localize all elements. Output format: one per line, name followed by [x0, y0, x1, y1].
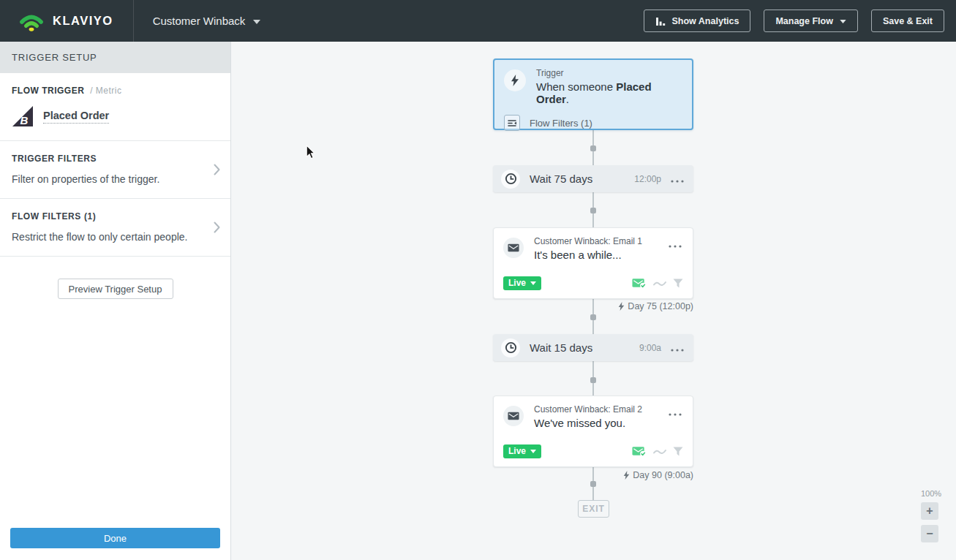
- bigcommerce-icon: B: [12, 105, 34, 127]
- email-titles: Customer Winback: Email 2 We've missed y…: [534, 404, 657, 429]
- lightning-bolt-icon: [623, 471, 630, 480]
- status-label: Live: [508, 446, 526, 456]
- show-analytics-button[interactable]: Show Analytics: [644, 10, 751, 32]
- ellipsis-icon: [669, 245, 682, 248]
- flow-trigger-type: / Metric: [90, 86, 121, 96]
- status-badge-dropdown[interactable]: Live: [503, 444, 541, 458]
- manage-flow-label: Manage Flow: [775, 16, 832, 26]
- trend-icon: [653, 279, 666, 287]
- wait-icon-circle: [501, 338, 520, 357]
- wait-node-card-2[interactable]: Wait 15 days 9:00a: [493, 334, 693, 361]
- trigger-card-footer[interactable]: Flow Filters (1): [504, 115, 682, 131]
- node-menu-button[interactable]: [667, 404, 683, 429]
- wait-time: 9:00a: [639, 343, 661, 353]
- done-button[interactable]: Done: [10, 528, 220, 548]
- trigger-flow-filters-label: Flow Filters (1): [530, 118, 592, 129]
- smart-sending-icon: [632, 278, 647, 290]
- trigger-filters-section[interactable]: TRIGGER FILTERS Filter on properties of …: [0, 141, 230, 199]
- save-exit-button[interactable]: Save & Exit: [871, 10, 944, 32]
- chevron-down-icon: [840, 20, 846, 23]
- flow-filters-icon-box[interactable]: [504, 115, 520, 131]
- flow-filters-section[interactable]: FLOW FILTERS (1) Restrict the flow to on…: [0, 199, 230, 257]
- trigger-icon-circle: [504, 69, 526, 91]
- flow-trigger-section: FLOW TRIGGER / Metric B Placed Order: [0, 73, 230, 141]
- node-menu-button[interactable]: [669, 171, 685, 187]
- add-step-handle[interactable]: [590, 377, 596, 383]
- flow-filters-title: FLOW FILTERS (1): [12, 211, 219, 222]
- topbar: KLAVIYO Customer Winback Show Analytics …: [0, 0, 956, 42]
- email-card-top: Customer Winback: Email 1 It's been a wh…: [503, 236, 683, 261]
- node-menu-button[interactable]: [669, 340, 685, 356]
- clock-icon: [505, 341, 517, 354]
- trigger-card-text-block: Trigger When someone Placed Order.: [536, 68, 682, 105]
- email-card-top: Customer Winback: Email 2 We've missed y…: [503, 404, 683, 429]
- flow-name: Customer Winback: [153, 15, 246, 27]
- funnel-icon: [673, 279, 683, 288]
- email-name: Customer Winback: Email 1: [534, 236, 657, 246]
- flow-trigger-label-row: FLOW TRIGGER / Metric: [12, 86, 219, 96]
- chevron-right-icon[interactable]: [214, 222, 220, 233]
- add-step-handle[interactable]: [590, 145, 596, 151]
- flow-name-dropdown[interactable]: Customer Winback: [153, 15, 261, 27]
- flow-canvas[interactable]: Trigger When someone Placed Order. Flow …: [231, 42, 956, 560]
- email-node-card-1[interactable]: Customer Winback: Email 1 It's been a wh…: [493, 227, 693, 299]
- chevron-down-icon: [530, 450, 536, 453]
- email-subject: It's been a while...: [534, 249, 657, 261]
- node-menu-button[interactable]: [667, 236, 683, 261]
- zoom-in-button[interactable]: +: [921, 502, 938, 520]
- add-step-handle[interactable]: [590, 481, 596, 487]
- klaviyo-logo-icon: [18, 11, 45, 31]
- filter-list-icon: [507, 118, 517, 128]
- mouse-cursor-icon: [306, 145, 315, 159]
- ellipsis-icon: [669, 413, 682, 416]
- email-node-card-2[interactable]: Customer Winback: Email 2 We've missed y…: [493, 396, 693, 467]
- flow-trigger-label: FLOW TRIGGER: [12, 86, 84, 96]
- trigger-node-card[interactable]: Trigger When someone Placed Order. Flow …: [493, 58, 693, 130]
- preview-trigger-setup-button[interactable]: Preview Trigger Setup: [58, 279, 173, 299]
- brand-name: KLAVIYO: [53, 14, 113, 28]
- chevron-down-icon: [253, 20, 260, 24]
- trigger-description: When someone Placed Order.: [536, 80, 682, 105]
- chevron-down-icon: [530, 281, 536, 285]
- email-titles: Customer Winback: Email 1 It's been a wh…: [534, 236, 657, 261]
- bar-chart-icon: [655, 16, 666, 26]
- add-step-handle[interactable]: [590, 314, 596, 320]
- save-exit-label: Save & Exit: [883, 16, 933, 26]
- funnel-icon: [673, 447, 683, 456]
- clock-icon: [505, 173, 517, 185]
- ellipsis-icon: [671, 349, 684, 352]
- zoom-level-label: 100%: [921, 489, 938, 498]
- schedule-label: Day 75 (12:00p): [493, 301, 693, 311]
- svg-text:B: B: [20, 114, 29, 126]
- topbar-divider: [133, 0, 134, 42]
- trigger-kicker: Trigger: [536, 68, 682, 78]
- email-feature-icons: [632, 446, 683, 458]
- lightning-bolt-icon: [511, 75, 519, 86]
- sidebar-spacer: [0, 299, 230, 528]
- manage-flow-button[interactable]: Manage Flow: [764, 10, 857, 32]
- schedule-label-text: Day 75 (12:00p): [628, 301, 693, 311]
- email-subject: We've missed you.: [534, 417, 657, 429]
- trend-icon: [653, 447, 666, 455]
- klaviyo-logo[interactable]: KLAVIYO: [18, 11, 113, 31]
- add-step-handle[interactable]: [590, 208, 596, 213]
- wait-title: Wait 75 days: [530, 173, 634, 185]
- trigger-text-before: When someone: [536, 80, 616, 93]
- wait-node-card-1[interactable]: Wait 75 days 12:00p: [493, 165, 693, 192]
- wait-title: Wait 15 days: [530, 341, 639, 354]
- email-icon-circle: [503, 406, 524, 426]
- trigger-filters-title: TRIGGER FILTERS: [12, 154, 219, 164]
- status-label: Live: [508, 278, 526, 288]
- wait-time: 12:00p: [634, 174, 661, 184]
- email-card-bottom: Live: [503, 276, 683, 290]
- status-badge-dropdown[interactable]: Live: [503, 276, 541, 290]
- zoom-out-button[interactable]: −: [921, 525, 938, 542]
- chevron-right-icon[interactable]: [214, 164, 220, 175]
- envelope-icon: [508, 412, 519, 420]
- exit-node: EXIT: [578, 500, 609, 518]
- ellipsis-icon: [671, 180, 684, 183]
- flow-filters-description: Restrict the flow to only certain people…: [12, 231, 219, 243]
- email-name: Customer Winback: Email 2: [534, 404, 657, 415]
- sidebar-header: TRIGGER SETUP: [0, 42, 230, 73]
- metric-name-link[interactable]: Placed Order: [43, 110, 109, 124]
